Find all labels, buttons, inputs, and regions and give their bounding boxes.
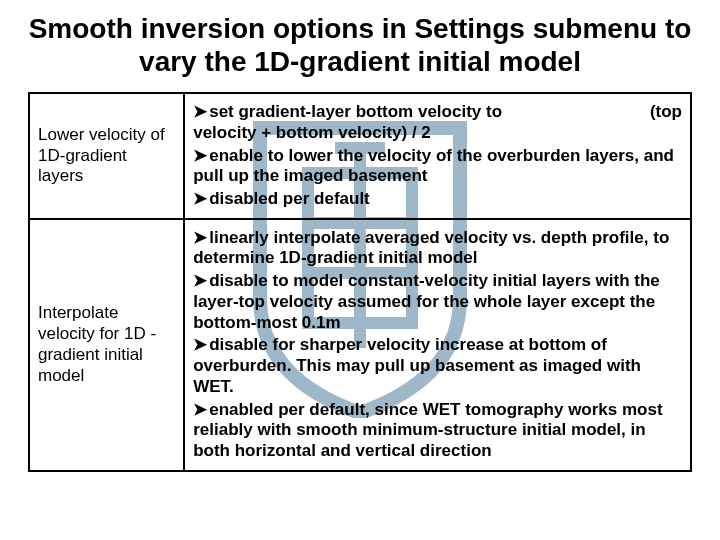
bullet-icon: ➤ xyxy=(193,271,207,290)
table-row: Lower velocity of 1D-gradient layers ➤se… xyxy=(29,93,691,219)
page-title: Smooth inversion options in Settings sub… xyxy=(28,12,692,78)
options-table: Lower velocity of 1D-gradient layers ➤se… xyxy=(28,92,692,472)
bullet-icon: ➤ xyxy=(193,102,207,121)
bullet-icon: ➤ xyxy=(193,228,207,247)
row-desc: ➤set gradient-layer bottom velocity to (… xyxy=(184,93,691,219)
row-label: Interpolate velocity for 1D -gradient in… xyxy=(29,219,184,471)
bullet-icon: ➤ xyxy=(193,189,207,208)
bullet-icon: ➤ xyxy=(193,400,207,419)
row-label: Lower velocity of 1D-gradient layers xyxy=(29,93,184,219)
bullet-icon: ➤ xyxy=(193,335,207,354)
bullet-icon: ➤ xyxy=(193,146,207,165)
row-desc: ➤linearly interpolate averaged velocity … xyxy=(184,219,691,471)
table-row: Interpolate velocity for 1D -gradient in… xyxy=(29,219,691,471)
